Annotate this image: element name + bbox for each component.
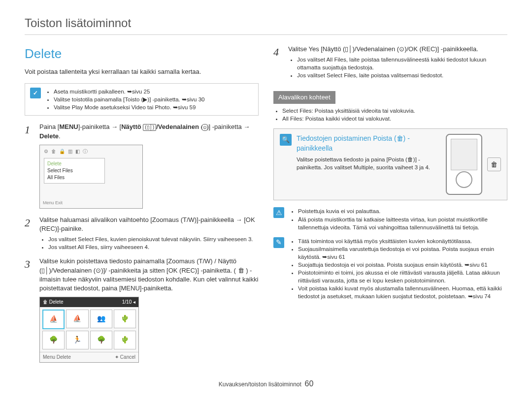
page-header: Toiston lisätoiminnot [25,15,507,35]
underwater-icon: (⊙) [201,124,209,131]
list-item: Valitse toistotila painamalla [Toisto (▶… [54,95,204,103]
list-item: Tätä toimintoa voi käyttää myös yksittäi… [298,237,507,245]
prereq-list: Aseta muistikortti paikalleen. ➥sivu 25 … [46,88,204,111]
gear-icon: ⚙ [44,148,48,155]
step-bullets: Jos valitset Select Files, kuvien pienoi… [39,235,259,251]
tip-body: Valitse poistettava tiedosto ja paina [P… [297,156,441,171]
step-body: Valitse haluamasi alivalikon vaihtoehto … [39,216,259,253]
check-icon: ✓ [30,88,41,98]
menu-screenshot: ⚙ 🗑 🔒 ▥ ◧ ⓘ Delete Select Files All File… [39,145,143,209]
prerequisites-box: ✓ Aseta muistikortti paikalleen. ➥sivu 2… [25,83,259,116]
warning-icon [273,207,284,218]
tip-card: 🔍 Tiedostojen poistaminen Poista (🗑) -pa… [273,128,507,200]
text-bold: MENU [59,123,78,130]
list-item: Suojattuja tiedostoja ei voi poistaa. Po… [298,261,507,269]
tip-text: Tiedostojen poistaminen Poista (🗑) -pain… [297,134,441,195]
list-item: Select Files: Poistaa yksittäisiä videoi… [282,107,507,115]
step-body: Valitse Yes [Näyttö (▯│)/Vedenalainen (⊙… [288,45,507,81]
step-number: 3 [25,257,34,293]
thumbnail: 🌵 [114,310,136,328]
display-icon: (▯│) [143,124,156,131]
intro-text: Voit poistaa tallenteita yksi kerrallaan… [25,67,259,76]
list-item: Jos valitset All Files, laite poistaa ta… [297,56,507,71]
text-bold: /Vedenalainen [156,123,199,130]
thumbnail: 🌵 [114,331,136,349]
right-column: 4 Valitse Yes [Näyttö (▯│)/Vedenalainen … [273,45,507,370]
list-item: Suojausilmaisimella varustettuja tiedost… [298,245,507,261]
menu-item: Select Files [47,167,101,174]
info-icon: ⓘ [83,148,88,155]
screenshot-topbar: ⚙ 🗑 🔒 ▥ ◧ ⓘ [42,147,140,156]
icon: ◧ [75,148,80,155]
text: . [59,132,61,140]
thumbnail: 🏃 [66,331,88,349]
thumbnail: 🌳 [90,331,112,349]
menu-item: All Files [47,174,101,181]
text: Valitse Yes [Näyttö (▯│)/Vedenalainen (⊙… [288,45,478,53]
note-list: Poistettuja kuvia ei voi palauttaa. Älä … [289,207,507,231]
list-item: Jos valitset All Files, siirry vaiheesee… [48,243,259,251]
submenu-list: Select Files: Poistaa yksittäisiä videoi… [273,107,507,123]
list-item: All Files: Poistaa kaikki videot tai val… [282,115,507,123]
thumbnail: ⛵ [66,310,88,328]
text: Paina [ [39,123,59,130]
list-item: Poistotoiminto ei toimi, jos akussa ei o… [298,269,507,284]
step-number: 4 [273,45,283,81]
step-body: Paina [MENU]-painiketta → [Näyttö (▯│)/V… [39,123,259,140]
step-number: 1 [25,123,34,140]
tip-title: Tiedostojen poistaminen Poista (🗑) -pain… [297,134,441,153]
step-bullets: Jos valitset All Files, laite poistaa ta… [288,56,507,79]
lock-icon: 🔒 [59,148,65,155]
magnify-icon: 🔍 [280,134,292,146]
list-item: Voit poistaa kaikki kuvat myös alustamal… [298,284,507,300]
text-bold: Delete [39,132,59,140]
list-item: Älä poista muistikorttia tai katkaise la… [298,216,507,231]
text: 🗑 Delete [43,299,64,306]
thumbnail: 👥 [90,310,112,328]
delete-button-icon: 🗑 [487,157,501,171]
footer-text: Kuvauksen/toiston lisätoiminnot [219,381,301,388]
step-3: 3 Valitse kukin poistettava tiedosto pai… [25,257,259,293]
submenu-header: Alavalikon kohteet [273,91,335,104]
page-footer: Kuvauksen/toiston lisätoiminnot 60 [25,375,507,389]
text: ]-painiketta → [ [78,123,121,130]
text-bold: Näyttö [121,123,141,130]
warning-note: Poistettuja kuvia ei voi palauttaa. Älä … [273,207,507,231]
gallery-footer: Menu Delete ✦ Cancel [40,352,138,362]
step-2: 2 Valitse haluamasi alivalikon vaihtoeht… [25,216,259,253]
text: Valitse haluamasi alivalikon vaihtoehto … [39,216,255,232]
step-4: 4 Valitse Yes [Näyttö (▯│)/Vedenalainen … [273,45,507,81]
list-item: Valitse Play Mode asetukseksi Video tai … [54,103,204,111]
step-body: Valitse kukin poistettava tiedosto paina… [39,257,259,293]
trash-icon: 🗑 [51,148,56,155]
thumbnail-grid: ⛵ ⛵ 👥 🌵 🌳 🏃 🌳 🌵 [40,307,138,352]
device-illustration [446,134,482,195]
list-item: Aseta muistikortti paikalleen. ➥sivu 25 [54,88,204,95]
list-item: Poistettuja kuvia ei voi palauttaa. [298,207,507,215]
page-number: 60 [304,379,313,388]
menu-title: Delete [47,160,101,167]
gallery-topbar: 🗑 Delete 1/10 ◂ [40,297,138,307]
step-1: 1 Paina [MENU]-painiketta → [Näyttö (▯│)… [25,123,259,140]
text: Menu Delete [43,354,71,361]
text: Exit [55,200,63,205]
icon: ▥ [68,148,72,155]
step-number: 2 [25,216,34,253]
section-title: Delete [25,45,259,62]
menu-pane: Delete Select Files All Files [44,158,105,184]
list-item: Jos valitset Select Files, kuvien pienoi… [48,235,259,243]
text: 1/10 ◂ [122,299,135,306]
list-item: Jos valitset Select Files, laite poistaa… [297,71,507,79]
thumbnail: ⛵ [42,310,65,329]
text: ✦ Cancel [115,354,135,361]
note-list: Tätä toimintoa voi käyttää myös yksittäi… [289,237,507,301]
thumbnail: 🌳 [42,331,65,349]
gallery-screenshot: 🗑 Delete 1/10 ◂ ⛵ ⛵ 👥 🌵 🌳 🏃 🌳 🌵 Menu Del… [39,297,139,363]
info-note: Tätä toimintoa voi käyttää myös yksittäi… [273,237,507,301]
note-icon [273,237,284,248]
text: ] -painiketta → [209,123,250,130]
left-column: Delete Voit poistaa tallenteita yksi ker… [25,45,259,370]
text: Menu [43,200,54,205]
screenshot-footer: Menu Exit [43,200,63,206]
